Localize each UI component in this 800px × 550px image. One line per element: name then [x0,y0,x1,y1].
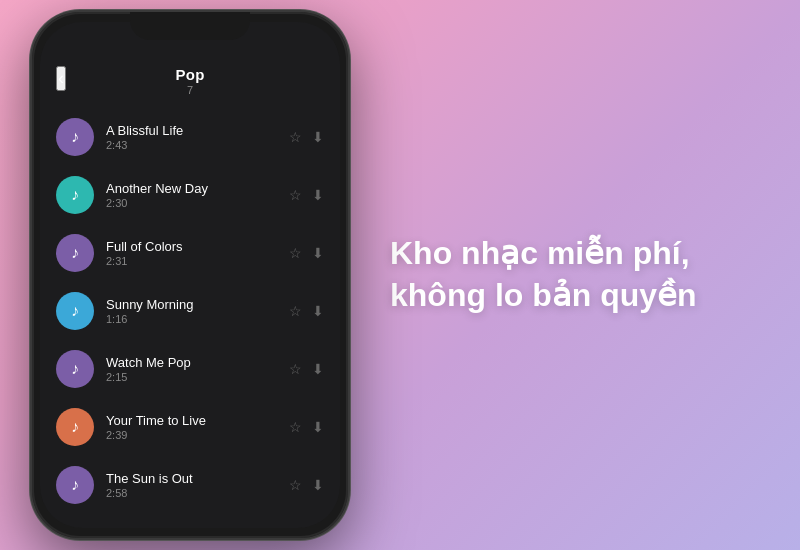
promo-line2: không lo bản quyền [390,277,697,313]
song-item[interactable]: ♪ A Blissful Life 2:43 ☆ ⬇ [40,108,340,166]
download-icon[interactable]: ⬇ [312,477,324,493]
download-icon[interactable]: ⬇ [312,303,324,319]
favorite-icon[interactable]: ☆ [289,187,302,203]
song-icon: ♪ [56,176,94,214]
song-title: Another New Day [106,181,277,196]
phone-notch [130,12,250,40]
song-icon: ♪ [56,350,94,388]
favorite-icon[interactable]: ☆ [289,419,302,435]
song-duration: 2:31 [106,255,277,267]
promo-heading: Kho nhạc miễn phí, không lo bản quyền [390,233,697,316]
song-actions: ☆ ⬇ [289,419,324,435]
phone-screen: ‹ Pop 7 ♪ A Blissful Life 2:43 ☆ ⬇ ♪ [40,22,340,528]
song-item[interactable]: ♪ Watch Me Pop 2:15 ☆ ⬇ [40,340,340,398]
song-actions: ☆ ⬇ [289,245,324,261]
volume-up-button [30,152,32,202]
screen-title: Pop [175,66,204,83]
song-icon: ♪ [56,292,94,330]
song-info: The Sun is Out 2:58 [106,471,277,499]
song-actions: ☆ ⬇ [289,303,324,319]
song-title: Full of Colors [106,239,277,254]
song-info: Sunny Morning 1:16 [106,297,277,325]
song-info: Another New Day 2:30 [106,181,277,209]
song-icon: ♪ [56,118,94,156]
download-icon[interactable]: ⬇ [312,187,324,203]
song-item[interactable]: ♪ Another New Day 2:30 ☆ ⬇ [40,166,340,224]
app-header: ‹ Pop 7 [40,66,340,104]
song-info: A Blissful Life 2:43 [106,123,277,151]
favorite-icon[interactable]: ☆ [289,245,302,261]
song-item[interactable]: ♪ Your Time to Live 2:39 ☆ ⬇ [40,398,340,456]
song-icon: ♪ [56,466,94,504]
power-button [348,162,350,232]
song-duration: 1:16 [106,313,277,325]
song-duration: 2:43 [106,139,277,151]
song-title: Your Time to Live [106,413,277,428]
favorite-icon[interactable]: ☆ [289,303,302,319]
song-list: ♪ A Blissful Life 2:43 ☆ ⬇ ♪ Another New… [40,104,340,510]
song-title: Watch Me Pop [106,355,277,370]
song-title: Sunny Morning [106,297,277,312]
song-info: Full of Colors 2:31 [106,239,277,267]
song-item[interactable]: ♪ Sunny Morning 1:16 ☆ ⬇ [40,282,340,340]
song-duration: 2:58 [106,487,277,499]
song-title: A Blissful Life [106,123,277,138]
promo-section: Kho nhạc miễn phí, không lo bản quyền [350,213,800,336]
back-button[interactable]: ‹ [56,66,66,91]
song-title: The Sun is Out [106,471,277,486]
favorite-icon[interactable]: ☆ [289,477,302,493]
song-info: Watch Me Pop 2:15 [106,355,277,383]
song-icon: ♪ [56,408,94,446]
phone-shell: ‹ Pop 7 ♪ A Blissful Life 2:43 ☆ ⬇ ♪ [30,10,350,540]
download-icon[interactable]: ⬇ [312,129,324,145]
song-icon: ♪ [56,234,94,272]
song-item[interactable]: ♪ The Sun is Out 2:58 ☆ ⬇ [40,456,340,510]
favorite-icon[interactable]: ☆ [289,129,302,145]
song-item[interactable]: ♪ Full of Colors 2:31 ☆ ⬇ [40,224,340,282]
song-actions: ☆ ⬇ [289,129,324,145]
song-actions: ☆ ⬇ [289,187,324,203]
song-duration: 2:15 [106,371,277,383]
download-icon[interactable]: ⬇ [312,245,324,261]
song-duration: 2:30 [106,197,277,209]
screen-subtitle: 7 [187,84,193,96]
favorite-icon[interactable]: ☆ [289,361,302,377]
download-icon[interactable]: ⬇ [312,361,324,377]
volume-down-button [30,212,32,262]
song-actions: ☆ ⬇ [289,477,324,493]
phone-device: ‹ Pop 7 ♪ A Blissful Life 2:43 ☆ ⬇ ♪ [30,10,350,540]
mute-button [30,112,32,140]
song-duration: 2:39 [106,429,277,441]
song-actions: ☆ ⬇ [289,361,324,377]
promo-line1: Kho nhạc miễn phí, [390,235,690,271]
download-icon[interactable]: ⬇ [312,419,324,435]
song-info: Your Time to Live 2:39 [106,413,277,441]
